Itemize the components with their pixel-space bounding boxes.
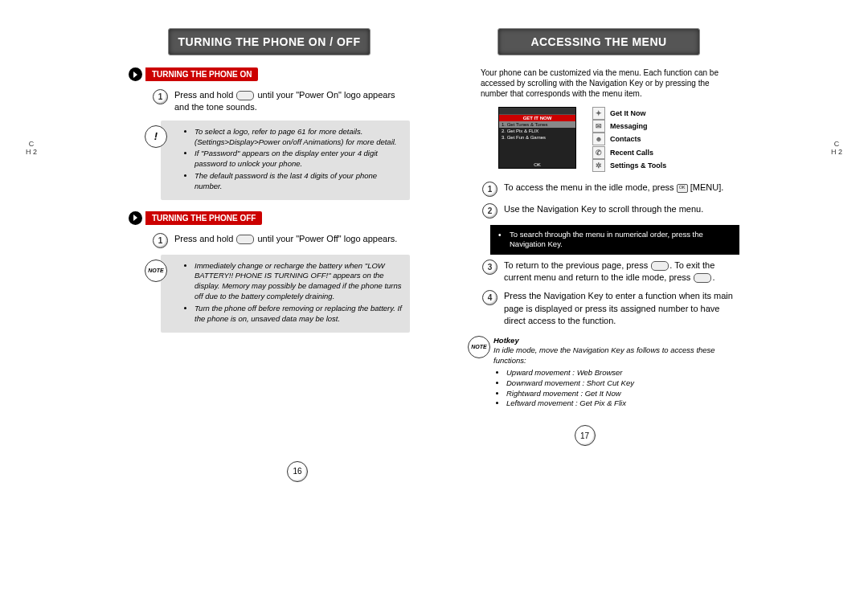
menu-item: ✦Get It Now: [592, 107, 666, 120]
note-icon: NOTE: [145, 260, 167, 282]
menu-item-label: Get It Now: [610, 107, 646, 120]
menu-preview: GET IT NOW 1. Get Tunes & Tones 2. Get P…: [498, 107, 739, 172]
menu-item-label: Recent Calls: [610, 146, 653, 159]
step-menu-2: 2 Use the Navigation Key to scroll throu…: [482, 203, 739, 219]
phone-screen: GET IT NOW 1. Get Tunes & Tones 2. Get P…: [498, 107, 576, 169]
clr-key-icon: [651, 261, 669, 271]
alert-icon: !: [145, 125, 167, 148]
end-key-icon: [694, 273, 711, 283]
subheader-turning-on: TURNING THE PHONE ON: [129, 67, 410, 81]
chapter-tab-right: C H 2: [831, 141, 842, 157]
step-number-1: 1: [153, 233, 168, 248]
banner-left: TURNING THE PHONE ON / OFF: [168, 28, 371, 55]
end-key-icon: [236, 235, 254, 244]
menu-item-icon: ✆: [592, 146, 605, 159]
step-number-1: 1: [153, 89, 168, 104]
hotkey-note: NOTE Hotkey In idle mode, move the Navig…: [490, 336, 739, 410]
menu-item-label: Messaging: [610, 120, 648, 133]
step-menu-4: 4 Press the Navigation Key to enter a fu…: [482, 290, 739, 327]
page-left: TURNING THE PHONE ON / OFF TURNING THE P…: [121, 28, 418, 482]
step-number-2: 2: [482, 203, 497, 219]
menu-item: ✲Settings & Tools: [592, 159, 666, 172]
intro-text: Your phone can be customized via the men…: [481, 67, 731, 99]
note-power-off: NOTE Immediately change or recharge the …: [161, 255, 410, 333]
menu-item: ✉Messaging: [592, 120, 666, 133]
page-number-right: 17: [444, 425, 726, 446]
menu-item-icon: ✦: [592, 107, 605, 120]
search-tip: To search through the menu in numerical …: [490, 225, 739, 255]
step-number-4: 4: [482, 290, 497, 305]
menu-item: ☻Contacts: [592, 133, 666, 145]
step-off-1: 1 Press and hold until your "Power Off" …: [153, 233, 410, 248]
menu-item-icon: ☻: [592, 133, 605, 145]
bullet-icon: [129, 211, 142, 225]
menu-item: ✆Recent Calls: [592, 146, 666, 159]
note-power-on: ! To select a logo, refer to page 61 for…: [161, 121, 410, 200]
spread: TURNING THE PHONE ON / OFF TURNING THE P…: [0, 0, 868, 482]
end-key-icon: [236, 91, 254, 100]
menu-item-icon: ✲: [592, 159, 605, 172]
banner-right: ACCESSING THE MENU: [497, 28, 700, 55]
step-number-3: 3: [482, 260, 497, 275]
page-number-left: 16: [157, 461, 438, 482]
step-on-1: 1 Press and hold until your "Power On" l…: [153, 89, 410, 114]
bullet-icon: [129, 67, 142, 81]
page-right: ACCESSING THE MENU Your phone can be cus…: [450, 28, 747, 482]
note-icon: NOTE: [468, 336, 490, 358]
step-menu-1: 1 To access the menu in the idle mode, p…: [482, 182, 739, 197]
menu-list: ✦Get It Now✉Messaging☻Contacts✆Recent Ca…: [592, 107, 666, 172]
menu-item-label: Settings & Tools: [610, 159, 666, 172]
step-menu-3: 3 To return to the previous page, press …: [482, 260, 739, 284]
menu-item-icon: ✉: [592, 120, 605, 133]
ok-key-icon: OK: [677, 184, 688, 193]
menu-item-label: Contacts: [610, 133, 641, 145]
chapter-tab-left: C H 2: [26, 141, 37, 157]
step-number-1: 1: [482, 182, 497, 197]
subheader-turning-off: TURNING THE PHONE OFF: [129, 211, 410, 225]
